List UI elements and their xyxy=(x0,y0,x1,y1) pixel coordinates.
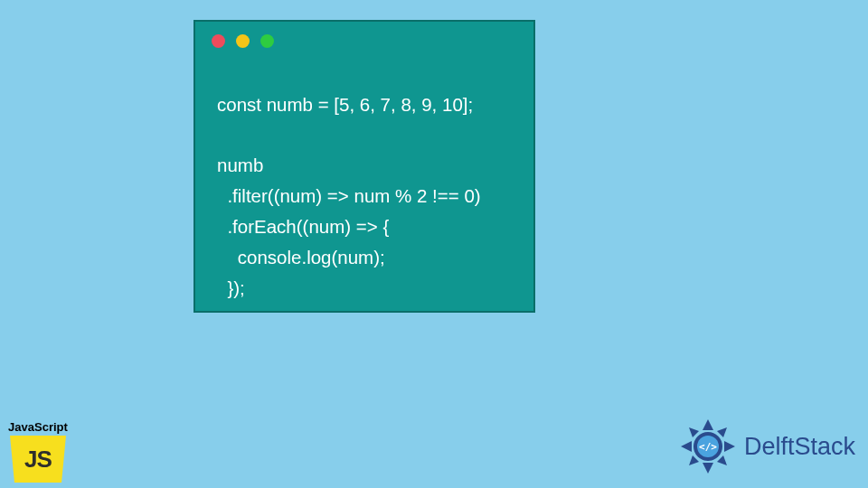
javascript-label: JavaScript xyxy=(5,420,71,434)
javascript-badge: JavaScript JS xyxy=(5,420,71,483)
code-line: .filter((num) => num % 2 !== 0) xyxy=(217,185,481,206)
svg-marker-7 xyxy=(717,455,727,465)
window-traffic-lights xyxy=(195,22,533,55)
javascript-logo-icon: JS xyxy=(10,436,66,483)
code-line: numb xyxy=(217,155,263,175)
delftstack-logo-icon: </> xyxy=(677,416,739,477)
svg-marker-2 xyxy=(681,441,692,452)
close-icon xyxy=(212,34,225,48)
delftstack-brand: </> DelftStack xyxy=(677,416,855,477)
code-line: .forEach((num) => { xyxy=(217,216,389,237)
javascript-logo-text: JS xyxy=(24,446,52,474)
delftstack-name: DelftStack xyxy=(744,433,855,461)
svg-marker-0 xyxy=(703,419,713,430)
svg-text:</>: </> xyxy=(699,441,717,453)
maximize-icon xyxy=(260,34,274,48)
code-window: const numb = [5, 6, 7, 8, 9, 10]; numb .… xyxy=(193,20,535,313)
svg-marker-6 xyxy=(689,427,699,437)
code-content: const numb = [5, 6, 7, 8, 9, 10]; numb .… xyxy=(195,55,533,304)
code-line: const numb = [5, 6, 7, 8, 9, 10]; xyxy=(217,94,473,115)
code-line: }); xyxy=(217,277,245,298)
svg-marker-4 xyxy=(717,427,727,437)
minimize-icon xyxy=(236,34,250,48)
svg-marker-1 xyxy=(703,463,713,474)
svg-marker-5 xyxy=(689,455,699,465)
svg-marker-3 xyxy=(724,441,735,452)
code-line: console.log(num); xyxy=(217,247,385,267)
